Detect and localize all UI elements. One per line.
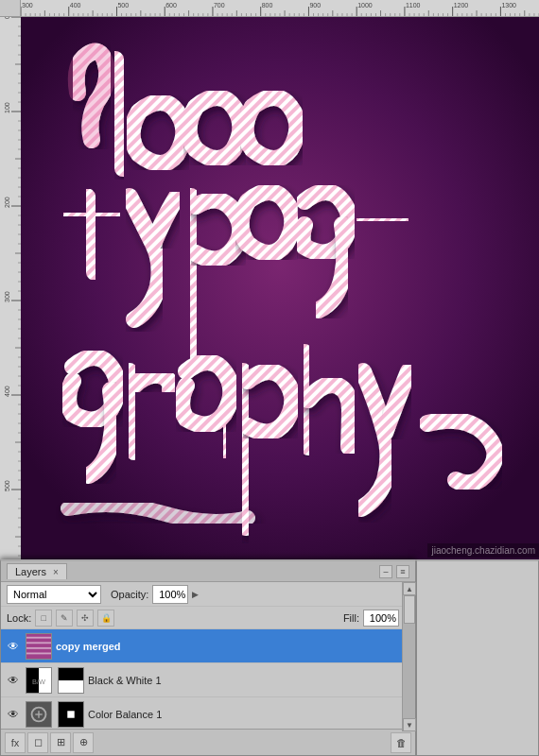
svg-rect-12 bbox=[59, 668, 83, 680]
lock-all-btn[interactable]: 🔒 bbox=[97, 610, 114, 627]
lock-position-btn[interactable]: ✣ bbox=[77, 610, 94, 627]
art-container bbox=[21, 17, 539, 567]
layer-thumb-color-balance bbox=[26, 701, 52, 728]
layers-panel: Layers × – ≡ Normal Opacity: ▶ Lock: □ ✎… bbox=[0, 559, 416, 756]
delete-layer-button[interactable]: 🗑 bbox=[391, 732, 411, 753]
new-fill-layer-button[interactable]: ◻ bbox=[27, 732, 48, 753]
canvas-area bbox=[21, 17, 539, 567]
layer-name-copy-merged: copy merged bbox=[56, 641, 411, 652]
layer-item-copy-merged[interactable]: 👁 copy merged bbox=[1, 629, 415, 663]
opacity-input[interactable] bbox=[152, 585, 188, 604]
layer-visibility-copy-merged[interactable]: 👁 bbox=[5, 638, 22, 655]
fill-label: Fill: bbox=[343, 612, 359, 624]
scrollbar-thumb[interactable] bbox=[404, 595, 415, 624]
panel-minimize-btn[interactable]: – bbox=[379, 565, 392, 578]
blend-row: Normal Opacity: ▶ bbox=[1, 582, 415, 607]
panel-toolbar: fx ◻ ⊞ ⊕ 🗑 bbox=[1, 729, 415, 755]
panel-titlebar: Layers × – ≡ bbox=[1, 561, 415, 582]
fill-input[interactable] bbox=[363, 610, 399, 627]
panel-title-left: Layers × bbox=[7, 563, 67, 579]
layer-visibility-black-white[interactable]: 👁 bbox=[5, 672, 22, 689]
svg-text:B/W: B/W bbox=[32, 677, 45, 685]
watermark: jiaocheng.chazidian.com bbox=[427, 543, 539, 558]
lock-image-btn[interactable]: ✎ bbox=[56, 610, 73, 627]
layer-mask-black-white bbox=[58, 667, 84, 694]
ruler-left bbox=[0, 17, 21, 567]
new-layer-button[interactable]: ⊕ bbox=[73, 732, 94, 753]
ruler-top-canvas bbox=[21, 0, 539, 16]
lock-transparent-btn[interactable]: □ bbox=[35, 610, 52, 627]
svg-rect-16 bbox=[67, 711, 74, 717]
layer-item-color-balance[interactable]: 👁 Color Balance 1 bbox=[1, 697, 415, 731]
layer-visibility-color-balance[interactable]: 👁 bbox=[5, 706, 22, 723]
lock-label: Lock: bbox=[7, 612, 31, 624]
scroll-up-btn[interactable]: ▲ bbox=[403, 582, 416, 595]
ruler-left-canvas bbox=[0, 17, 21, 567]
opacity-arrow[interactable]: ▶ bbox=[192, 590, 199, 599]
scrollbar-track[interactable] bbox=[403, 595, 415, 718]
blend-mode-select[interactable]: Normal bbox=[7, 585, 101, 604]
panel-title-right: – ≡ bbox=[379, 565, 409, 578]
lock-row: Lock: □ ✎ ✣ 🔒 Fill: ▶ bbox=[1, 607, 415, 629]
candy-art bbox=[21, 17, 539, 567]
ruler-corner bbox=[0, 0, 21, 17]
ruler-top bbox=[21, 0, 539, 17]
panel-scrollbar: ▲ ▼ bbox=[402, 582, 415, 731]
layers-tab[interactable]: Layers × bbox=[7, 563, 67, 579]
layer-thumb-black-white: B/W bbox=[26, 667, 52, 694]
layer-name-black-white: Black & White 1 bbox=[88, 675, 411, 686]
layer-thumb-copy-merged bbox=[26, 633, 52, 660]
layer-mask-color-balance bbox=[58, 701, 84, 728]
layers-close-btn[interactable]: × bbox=[53, 567, 59, 577]
scroll-down-btn[interactable]: ▼ bbox=[403, 718, 416, 731]
layer-list: 👁 copy merged 👁 B/W bbox=[1, 629, 415, 731]
layer-item-black-white[interactable]: 👁 B/W Black & White 1 bbox=[1, 663, 415, 697]
layer-name-color-balance: Color Balance 1 bbox=[88, 709, 411, 720]
new-group-button[interactable]: ⊞ bbox=[50, 732, 71, 753]
opacity-label: Opacity: bbox=[111, 589, 148, 600]
panel-options-btn[interactable]: ≡ bbox=[396, 565, 409, 578]
fx-button[interactable]: fx bbox=[5, 732, 26, 753]
right-mini-panel bbox=[416, 559, 539, 756]
